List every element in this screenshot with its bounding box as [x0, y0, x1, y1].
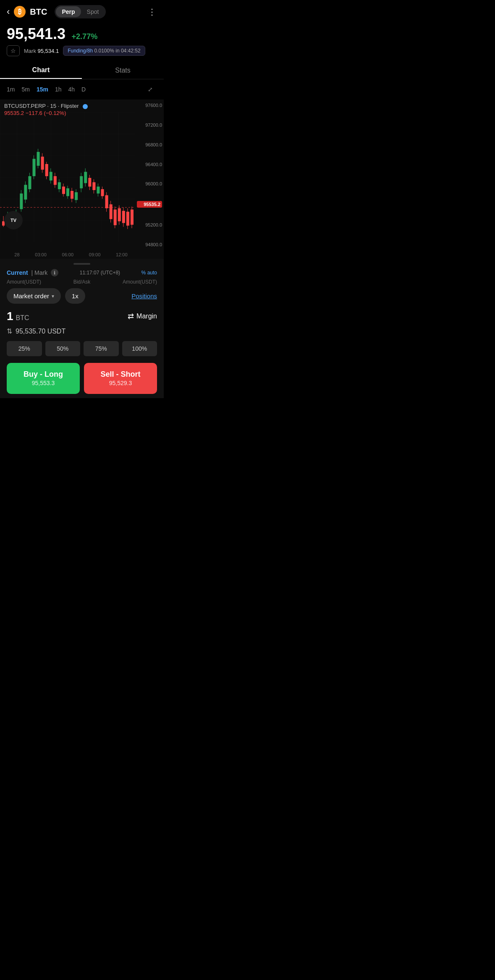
- tf-1h[interactable]: 1h: [55, 86, 62, 93]
- svg-rect-11: [20, 193, 23, 209]
- svg-rect-29: [58, 182, 61, 189]
- swap-icon: ⇄: [128, 312, 134, 321]
- svg-rect-53: [110, 204, 113, 219]
- current-mode-label[interactable]: Current: [7, 269, 28, 276]
- amount-number: 1: [7, 310, 13, 323]
- svg-rect-35: [71, 191, 73, 199]
- header: ‹ ₿ BTC Perp Spot ⋮: [0, 0, 164, 23]
- pct-25-button[interactable]: 25%: [7, 341, 42, 356]
- col-header-1: Amount(USDT): [7, 279, 41, 285]
- mark-value: 95,534.1: [38, 48, 59, 54]
- svg-rect-27: [54, 176, 57, 185]
- buy-long-button[interactable]: Buy - Long 95,553.3: [7, 363, 80, 394]
- drag-handle[interactable]: [73, 263, 90, 265]
- order-type-button[interactable]: Market order ▾: [7, 288, 61, 304]
- watchlist-button[interactable]: ☆: [7, 45, 20, 56]
- main-tabs: Chart Stats: [0, 62, 164, 79]
- timeframe-bar: 1m 5m 15m 1h 4h D ⤢: [0, 79, 164, 99]
- mark-mode-label: | Mark: [31, 269, 48, 276]
- price-level-8: 94800.0: [137, 242, 162, 247]
- amount-unit: BTC: [16, 314, 29, 322]
- svg-rect-41: [84, 172, 87, 183]
- usdt-value: 95,535.70 USDT: [16, 328, 65, 335]
- pct-75-button[interactable]: 75%: [84, 341, 119, 356]
- market-perp-button[interactable]: Perp: [56, 6, 81, 17]
- coin-icon: ₿: [14, 6, 26, 18]
- tf-1m[interactable]: 1m: [7, 86, 15, 93]
- mark-info: Mark 95,534.1: [24, 48, 59, 54]
- svg-rect-39: [80, 176, 83, 188]
- svg-rect-23: [45, 164, 48, 176]
- price-scale: 97600.0 97200.0 96800.0 96400.0 96000.0 …: [135, 99, 164, 250]
- coin-name: BTC: [30, 7, 47, 17]
- svg-rect-33: [66, 188, 69, 196]
- pct-auto: % auto: [141, 270, 157, 276]
- svg-rect-63: [131, 210, 134, 225]
- svg-rect-25: [50, 172, 52, 181]
- chart-price-info: 95535.2 −117.6 (−0.12%): [4, 110, 88, 116]
- back-button[interactable]: ‹: [7, 6, 10, 17]
- price-level-5: 96000.0: [137, 181, 162, 186]
- usdt-row: ⇅ 95,535.70 USDT: [7, 327, 157, 335]
- tf-15m[interactable]: 15m: [37, 86, 48, 93]
- price-level-7: 95200.0: [137, 222, 162, 227]
- svg-rect-49: [101, 189, 104, 196]
- live-dot: [83, 104, 88, 109]
- time-0300: 03:00: [35, 252, 47, 257]
- price-level-1: 97600.0: [137, 103, 162, 108]
- col-header-3: Amount(USDT): [123, 279, 157, 285]
- svg-rect-17: [32, 159, 35, 176]
- svg-rect-47: [97, 187, 100, 194]
- tab-stats[interactable]: Stats: [82, 62, 164, 79]
- pct-100-button[interactable]: 100%: [122, 341, 157, 356]
- more-menu-button[interactable]: ⋮: [148, 7, 157, 17]
- price-level-3: 96800.0: [137, 142, 162, 147]
- margin-button[interactable]: ⇄ Margin: [128, 312, 157, 321]
- time-1200: 12:00: [116, 252, 128, 257]
- order-panel: Current | Mark ℹ 11:17:07 (UTC+8) % auto…: [0, 259, 164, 398]
- expand-chart-button[interactable]: ⤢: [144, 83, 157, 96]
- market-spot-button[interactable]: Spot: [81, 6, 105, 17]
- amount-display: 1 BTC: [7, 310, 29, 323]
- svg-rect-31: [62, 187, 65, 194]
- svg-rect-37: [75, 192, 78, 200]
- percentage-row: 25% 50% 75% 100%: [7, 341, 157, 356]
- col-headers: Amount(USDT) Bid/Ask Amount(USDT): [7, 279, 157, 285]
- svg-rect-57: [118, 208, 121, 221]
- main-price: 95,541.3: [7, 25, 65, 42]
- chart-container: BTCUSDT.PERP · 15 · Flipster 95535.2 −11…: [0, 99, 164, 250]
- buy-price: 95,553.3: [13, 379, 73, 387]
- svg-rect-13: [24, 185, 27, 200]
- time-0900: 09:00: [89, 252, 101, 257]
- leverage-button[interactable]: 1x: [65, 288, 85, 304]
- svg-rect-51: [105, 195, 108, 208]
- sell-price: 95,529.3: [91, 379, 150, 387]
- price-mode-row: Current | Mark ℹ 11:17:07 (UTC+8) % auto: [7, 269, 157, 276]
- price-mode-left: Current | Mark ℹ: [7, 269, 58, 276]
- svg-rect-61: [126, 212, 129, 226]
- chevron-down-icon: ▾: [52, 293, 54, 299]
- svg-rect-45: [92, 182, 95, 190]
- svg-rect-15: [28, 176, 31, 189]
- sell-short-button[interactable]: Sell - Short 95,529.3: [84, 363, 157, 394]
- tf-5m[interactable]: 5m: [21, 86, 29, 93]
- tv-watermark: TV: [4, 211, 23, 229]
- tf-4h[interactable]: 4h: [68, 86, 75, 93]
- price-level-4: 96400.0: [137, 162, 162, 167]
- time-axis: 28 03:00 06:00 09:00 12:00: [0, 250, 164, 259]
- positions-button[interactable]: Positions: [131, 292, 157, 300]
- tf-d[interactable]: D: [81, 86, 86, 93]
- info-icon[interactable]: ℹ: [51, 269, 58, 276]
- chart-info-overlay: BTCUSDT.PERP · 15 · Flipster 95535.2 −11…: [4, 103, 88, 116]
- svg-rect-43: [88, 178, 91, 187]
- col-header-2: Bid/Ask: [73, 279, 91, 285]
- pct-50-button[interactable]: 50%: [45, 341, 81, 356]
- order-type-row: Market order ▾ 1x Positions: [7, 288, 157, 304]
- amount-row: 1 BTC ⇄ Margin: [7, 310, 157, 323]
- svg-rect-19: [37, 152, 40, 166]
- swap-small-icon: ⇅: [7, 327, 12, 335]
- price-change: +2.77%: [72, 32, 98, 41]
- price-section: 95,541.3 +2.77% ☆ Mark 95,534.1 Funding/…: [0, 23, 164, 60]
- tab-chart[interactable]: Chart: [0, 62, 82, 79]
- chart-symbol: BTCUSDT.PERP · 15 · Flipster: [4, 103, 88, 109]
